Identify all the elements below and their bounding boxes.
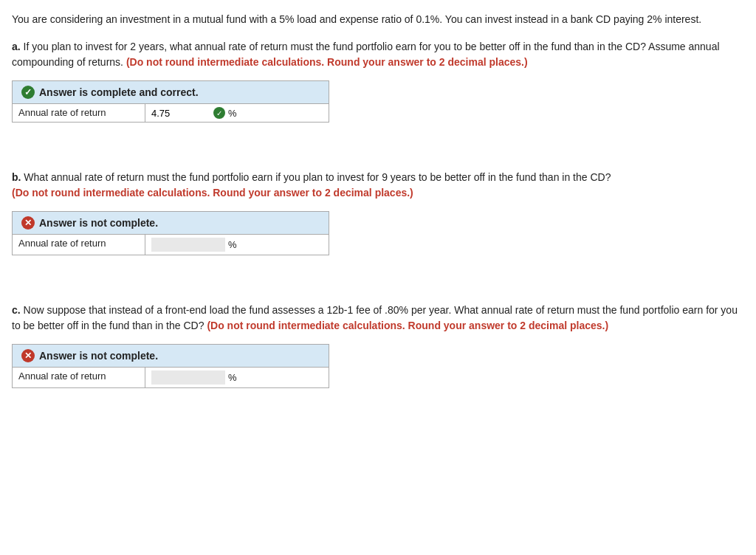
question-a-block: a. If you plan to invest for 2 years, wh… bbox=[12, 39, 744, 123]
question-c-text: c. Now suppose that instead of a front-e… bbox=[12, 303, 744, 334]
question-c-status-bar: ✕ Answer is not complete. bbox=[13, 345, 329, 367]
question-b-highlight: (Do not round intermediate calculations.… bbox=[12, 187, 413, 199]
question-a-field-label: Annual rate of return bbox=[13, 104, 145, 122]
question-c-input[interactable] bbox=[151, 370, 225, 385]
question-a-field-value-container: ✓ % bbox=[145, 104, 329, 122]
question-b-input[interactable] bbox=[151, 238, 225, 252]
question-c-field-value-container: % bbox=[145, 368, 329, 387]
question-c-highlight: (Do not round intermediate calculations.… bbox=[207, 320, 608, 331]
question-b-body: What annual rate of return must the fund… bbox=[24, 171, 611, 183]
question-b-percent: % bbox=[228, 239, 237, 250]
question-a-status-text: Answer is complete and correct. bbox=[39, 86, 199, 98]
question-a-label: a. bbox=[12, 41, 21, 52]
question-a-answer-row: Annual rate of return ✓ % bbox=[13, 103, 329, 122]
question-a-complete-icon: ✓ bbox=[21, 86, 35, 99]
question-a-highlight: (Do not round intermediate calculations.… bbox=[126, 56, 528, 68]
question-b-label: b. bbox=[12, 171, 21, 183]
question-a-percent: % bbox=[228, 108, 237, 119]
question-b-status-bar: ✕ Answer is not complete. bbox=[13, 212, 329, 234]
question-b-status-text: Answer is not complete. bbox=[39, 217, 158, 229]
question-b-answer-box: ✕ Answer is not complete. Annual rate of… bbox=[12, 211, 329, 255]
question-b-text: b. What annual rate of return must the f… bbox=[12, 170, 744, 201]
question-a-input[interactable] bbox=[151, 108, 210, 119]
question-c-answer-box: ✕ Answer is not complete. Annual rate of… bbox=[12, 344, 329, 388]
question-a-text: a. If you plan to invest for 2 years, wh… bbox=[12, 39, 744, 70]
question-c-incomplete-icon: ✕ bbox=[21, 349, 35, 362]
question-c-field-label: Annual rate of return bbox=[13, 368, 145, 387]
question-c-status-text: Answer is not complete. bbox=[39, 350, 158, 362]
question-c-answer-row: Annual rate of return % bbox=[13, 367, 329, 387]
question-b-incomplete-icon: ✕ bbox=[21, 216, 35, 230]
question-c-percent: % bbox=[228, 372, 237, 383]
question-b-answer-row: Annual rate of return % bbox=[13, 234, 329, 255]
question-c-label: c. bbox=[12, 304, 21, 316]
question-b-field-label: Annual rate of return bbox=[13, 235, 145, 255]
question-a-answer-box: ✓ Answer is complete and correct. Annual… bbox=[12, 80, 329, 123]
intro-text: You are considering an investment in a m… bbox=[12, 12, 744, 27]
question-b-block: b. What annual rate of return must the f… bbox=[12, 170, 744, 255]
question-b-field-value-container: % bbox=[145, 235, 329, 255]
question-a-inline-check-icon: ✓ bbox=[213, 107, 225, 119]
question-c-block: c. Now suppose that instead of a front-e… bbox=[12, 303, 744, 388]
question-a-status-bar: ✓ Answer is complete and correct. bbox=[13, 81, 329, 103]
